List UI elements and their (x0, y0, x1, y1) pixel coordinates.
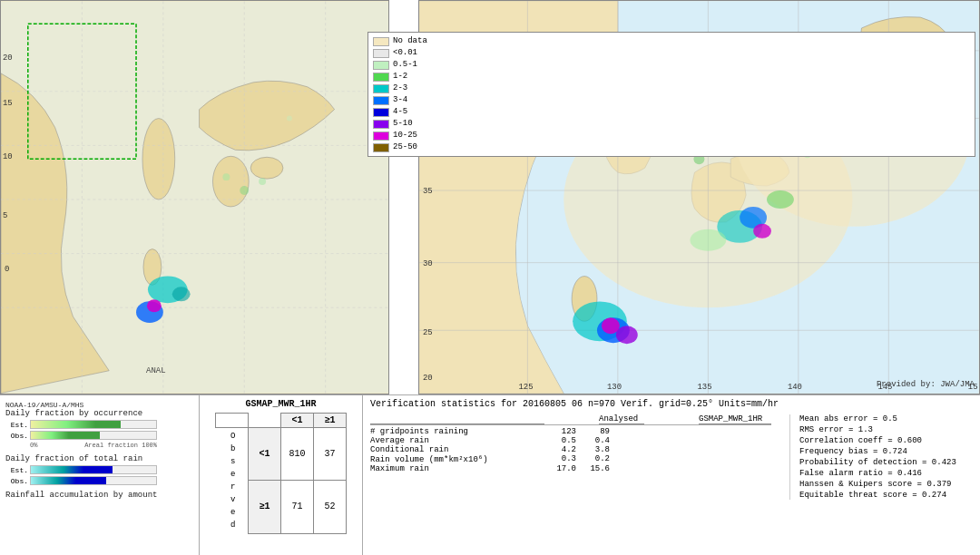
legend-item-3-4: 3-4 (373, 94, 970, 106)
cont-col-header-2: ≥1 (314, 414, 347, 428)
legend-item-25-50: 25-50 (373, 141, 970, 153)
legend-swatch-001 (373, 49, 389, 58)
svg-text:20: 20 (3, 54, 13, 63)
svg-text:15: 15 (3, 99, 13, 108)
svg-point-18 (172, 287, 191, 301)
legend-item-05-1: 0.5-1 (373, 59, 970, 71)
verification-section: Verification statistics for 20160805 06 … (363, 395, 980, 555)
svg-point-21 (259, 178, 266, 185)
legend-swatch-5-10 (373, 120, 389, 129)
svg-text:35: 35 (423, 187, 433, 196)
bar-track-obs2 (30, 476, 157, 485)
color-legend: No data <0.01 0.5-1 1-2 2-3 3-4 4-5 5-1 (368, 32, 975, 157)
verif-val1-4: 17.0 (544, 464, 576, 473)
bar-row-obs2: Obs. (5, 476, 193, 485)
svg-point-4 (250, 157, 283, 179)
axis1: 0% Areal fraction 100% (30, 442, 157, 449)
verif-val1-3: 0.3 (544, 454, 576, 464)
bar-est2-label: Est. (5, 466, 28, 474)
chart2-title: Daily fraction of total rain (5, 454, 193, 463)
legend-item-2-3: 2-3 (373, 83, 970, 94)
anal-tag: ANAL (146, 366, 166, 375)
cont-col-header-1: <1 (281, 414, 314, 428)
legend-swatch-05-1 (373, 61, 389, 70)
svg-point-3 (212, 156, 249, 207)
stat-1: RMS error = 1.3 (799, 425, 956, 434)
obs-vertical-label: Observed (216, 428, 249, 534)
verif-val2-2: 3.8 (578, 445, 610, 454)
bottom-row: NOAA-19/AMSU-A/MHS Daily fraction by occ… (0, 394, 980, 555)
svg-point-50 (691, 229, 727, 251)
verif-label-3: Rain volume (mm*km²x10⁶) (370, 454, 543, 464)
left-map-panel: GSMAP_MWR_1HR estimates for 20160805 06 … (0, 0, 389, 394)
legend-item-10-25: 10-25 (373, 130, 970, 141)
bar-fill-est2 (31, 466, 113, 473)
verif-val2-1: 0.4 (578, 436, 610, 445)
verif-label-4: Maximum rain (370, 464, 543, 473)
svg-text:10: 10 (3, 152, 13, 161)
verif-row-0: # gridpoints raining 123 89 (370, 427, 771, 436)
legend-swatch-25-50 (373, 143, 389, 152)
verif-val1-2: 4.2 (544, 445, 576, 454)
verif-val2-4: 15.6 (578, 464, 610, 473)
legend-swatch-3-4 (373, 96, 389, 105)
stat-2: Correlation coeff = 0.600 (799, 436, 956, 445)
verif-table-col: Analysed GSMAP_MWR_1HR # gridpoints rain… (370, 414, 771, 500)
svg-point-22 (287, 116, 292, 122)
verif-row-2: Conditional rain 4.2 3.8 (370, 445, 771, 454)
verif-label-2: Conditional rain (370, 445, 543, 454)
svg-text:20: 20 (423, 374, 433, 383)
bar-obs2-label: Obs. (5, 477, 28, 485)
verif-val1-1: 0.5 (544, 436, 576, 445)
bar-fill-obs2 (31, 477, 106, 484)
verif-col-headers: Analysed GSMAP_MWR_1HR (370, 414, 771, 425)
svg-text:140: 140 (788, 383, 802, 392)
verif-val2-3: 0.2 (578, 454, 610, 464)
cont-corner-empty (216, 414, 249, 428)
legend-swatch-1-2 (373, 73, 389, 82)
svg-text:135: 135 (698, 383, 712, 392)
verif-title: Verification statistics for 20160805 06 … (370, 399, 973, 409)
svg-point-49 (753, 224, 771, 239)
bar-obs1-label: Obs. (5, 432, 28, 440)
verif-label-1: Average rain (370, 436, 543, 445)
cont-row-header-2: ≥1 (249, 481, 281, 533)
svg-text:130: 130 (607, 383, 622, 392)
bar-track-est2 (30, 465, 157, 474)
contingency-table: <1 ≥1 Observed <1 810 37 ≥1 71 52 (215, 413, 347, 534)
chart1-bars: Est. Obs. 0% Areal fraction 100% (5, 420, 193, 449)
bar-track-obs1 (30, 431, 157, 440)
bar-est1-label: Est. (5, 421, 28, 429)
chart1-title: Daily fraction by occurrence (5, 409, 193, 418)
cont-corner-obs (249, 414, 281, 428)
stat-7: Equitable threat score = 0.274 (799, 491, 956, 500)
verif-row-1: Average rain 0.5 0.4 (370, 436, 771, 445)
stat-6: Hanssen & Kuipers score = 0.379 (799, 480, 956, 489)
verif-grid: Analysed GSMAP_MWR_1HR # gridpoints rain… (370, 414, 973, 500)
cont-row-header-1: <1 (249, 428, 281, 481)
cont-cell-00: 810 (281, 428, 314, 481)
chart3-title: Rainfall accumulation by amount (5, 491, 193, 500)
bar-fill-obs1 (31, 432, 100, 439)
svg-point-46 (616, 326, 638, 344)
legend-swatch-2-3 (373, 84, 389, 93)
legend-swatch-nodata (373, 37, 389, 46)
verif-header-sep (370, 414, 544, 424)
noaa-label: NOAA-19/AMSU-A/MHS (5, 401, 193, 409)
stat-5: False alarm ratio = 0.416 (799, 469, 956, 478)
stat-3: Frequency bias = 0.724 (799, 447, 956, 456)
svg-text:0: 0 (5, 265, 9, 274)
cont-cell-01: 37 (314, 428, 347, 481)
contingency-title: GSMAP_MWR_1HR (205, 399, 357, 409)
svg-point-20 (240, 186, 249, 195)
legend-swatch-10-25 (373, 131, 389, 141)
stat-0: Mean abs error = 0.5 (799, 414, 956, 424)
legend-item-5-10: 5-10 (373, 118, 970, 130)
cont-cell-10: 71 (281, 481, 314, 533)
cont-cell-11: 52 (314, 481, 347, 533)
bar-fill-est1 (31, 421, 121, 428)
svg-point-51 (767, 190, 794, 209)
verif-row-4: Maximum rain 17.0 15.6 (370, 464, 771, 473)
legend-item-4-5: 4-5 (373, 106, 970, 118)
verif-val1-0: 123 (544, 427, 576, 436)
